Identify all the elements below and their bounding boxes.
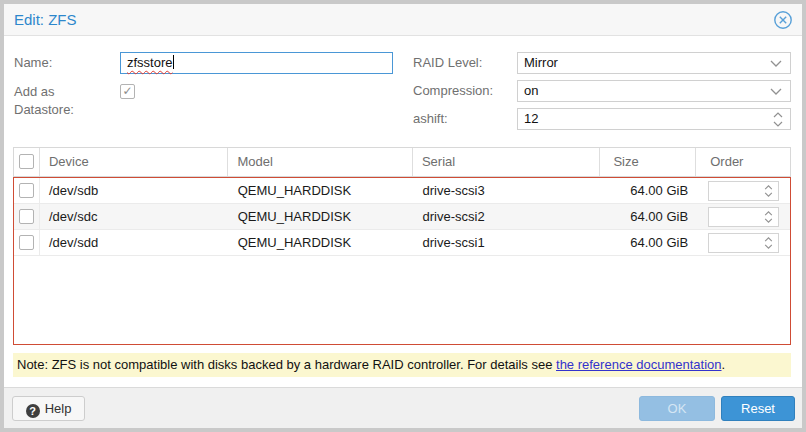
note-text: Note: ZFS is not compatible with disks b…	[17, 357, 556, 372]
table-row[interactable]: /dev/sdd QEMU_HARDDISK drive-scsi1 64.00…	[14, 230, 790, 256]
column-header-model[interactable]: Model	[228, 148, 413, 176]
check-icon: ✓	[121, 85, 134, 98]
device-cell: /dev/sdd	[40, 230, 229, 255]
select-all-checkbox-cell	[14, 148, 40, 176]
window-title: Edit: ZFS	[14, 4, 77, 35]
spinner-down-icon[interactable]	[764, 244, 773, 249]
ashift-value: 12	[518, 109, 538, 129]
column-header-device[interactable]: Device	[40, 148, 229, 176]
device-grid: Device Model Serial Size Order /dev/sdb …	[13, 147, 791, 345]
device-cell: /dev/sdb	[40, 178, 229, 203]
raid-level-select[interactable]: Mirror	[517, 52, 791, 74]
name-input[interactable]: zfsstore	[120, 52, 393, 74]
compression-label: Compression:	[413, 80, 493, 102]
note-suffix: .	[722, 357, 726, 372]
note-bar: Note: ZFS is not compatible with disks b…	[13, 353, 791, 377]
close-icon[interactable]	[773, 10, 793, 30]
edit-zfs-dialog: Edit: ZFS Name: zfsstore Add as Datastor…	[0, 0, 806, 432]
column-header-size[interactable]: Size	[600, 148, 696, 176]
name-label: Name:	[14, 52, 52, 74]
row-checkbox[interactable]	[19, 183, 34, 198]
titlebar: Edit: ZFS	[4, 4, 802, 36]
name-value: zfsstore	[121, 53, 173, 73]
spinner-up-icon[interactable]	[773, 112, 783, 118]
row-checkbox[interactable]	[19, 235, 34, 250]
size-cell: 64.00 GiB	[601, 230, 697, 255]
spinner-up-icon[interactable]	[764, 185, 773, 190]
ok-button[interactable]: OK	[639, 396, 715, 421]
order-spinner[interactable]	[708, 207, 779, 227]
help-icon: ?	[26, 404, 40, 418]
raid-level-value: Mirror	[518, 53, 558, 73]
footer-toolbar: ?Help OK Reset	[4, 387, 802, 428]
select-all-checkbox[interactable]	[19, 154, 34, 169]
order-spinner[interactable]	[708, 233, 779, 253]
model-cell: QEMU_HARDDISK	[229, 178, 414, 203]
column-header-serial[interactable]: Serial	[413, 148, 601, 176]
spinner-down-icon[interactable]	[764, 192, 773, 197]
grid-header-row: Device Model Serial Size Order	[13, 147, 791, 177]
model-cell: QEMU_HARDDISK	[229, 230, 414, 255]
column-header-order[interactable]: Order	[696, 148, 790, 176]
order-spinner[interactable]	[708, 181, 779, 201]
help-button-label: Help	[45, 401, 72, 416]
spinner-down-icon[interactable]	[773, 121, 783, 127]
serial-cell: drive-scsi2	[413, 204, 601, 229]
size-cell: 64.00 GiB	[601, 178, 697, 203]
grid-body: /dev/sdb QEMU_HARDDISK drive-scsi3 64.00…	[13, 177, 791, 345]
text-caret	[173, 55, 174, 69]
reset-button[interactable]: Reset	[721, 396, 795, 421]
ashift-spinner[interactable]: 12	[517, 108, 791, 130]
raid-level-label: RAID Level:	[413, 52, 482, 74]
help-button[interactable]: ?Help	[12, 396, 85, 421]
serial-cell: drive-scsi1	[413, 230, 601, 255]
ashift-label: ashift:	[413, 108, 448, 130]
serial-cell: drive-scsi3	[413, 178, 601, 203]
chevron-down-icon[interactable]	[770, 53, 782, 73]
chevron-down-icon[interactable]	[770, 81, 782, 101]
row-checkbox[interactable]	[19, 209, 34, 224]
table-row[interactable]: /dev/sdc QEMU_HARDDISK drive-scsi2 64.00…	[14, 204, 790, 230]
compression-value: on	[518, 81, 538, 101]
device-cell: /dev/sdc	[40, 204, 229, 229]
spinner-up-icon[interactable]	[764, 237, 773, 242]
reference-doc-link[interactable]: the reference documentation	[556, 357, 722, 372]
model-cell: QEMU_HARDDISK	[229, 204, 414, 229]
compression-select[interactable]: on	[517, 80, 791, 102]
table-row[interactable]: /dev/sdb QEMU_HARDDISK drive-scsi3 64.00…	[14, 178, 790, 204]
add-datastore-checkbox[interactable]: ✓	[120, 84, 135, 99]
size-cell: 64.00 GiB	[601, 204, 697, 229]
add-datastore-label: Add as Datastore:	[14, 83, 106, 119]
spinner-down-icon[interactable]	[764, 218, 773, 223]
spinner-up-icon[interactable]	[764, 211, 773, 216]
